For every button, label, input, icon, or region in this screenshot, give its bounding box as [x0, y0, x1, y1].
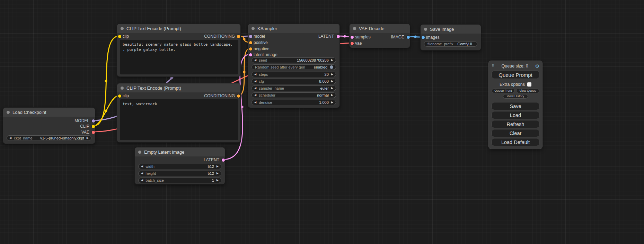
sampler-name-widget[interactable]: ◀ sampler_name euler ▶ — [252, 85, 336, 91]
filename-prefix-widget[interactable]: filename_prefix ComfyUI — [424, 41, 477, 47]
increment-arrow-icon[interactable]: ▶ — [217, 178, 219, 183]
increment-arrow-icon[interactable]: ▶ — [331, 79, 333, 84]
collapse-dot-icon[interactable] — [138, 151, 141, 154]
wire-midpoint-dot — [241, 106, 243, 108]
batch-size-widget[interactable]: ◀ batch_size 1 ▶ — [138, 178, 221, 183]
steps-widget[interactable]: ◀ steps 20 ▶ — [252, 72, 336, 77]
extra-options-checkbox[interactable] — [527, 82, 531, 87]
node-title: Load Checkpoint — [12, 110, 46, 115]
widget-value: 1 — [164, 178, 214, 183]
model-input-label: model — [254, 34, 265, 39]
denoise-widget[interactable]: ◀ denoise 1.000 ▶ — [252, 100, 336, 105]
width-widget[interactable]: ◀ width 512 ▶ — [138, 164, 221, 169]
view-history-button[interactable]: View History — [503, 94, 528, 99]
vae-output-slot[interactable] — [92, 131, 95, 134]
seed-widget[interactable]: ◀ seed 156680208700286 ▶ — [252, 57, 336, 63]
node-clip-text-encode-negative[interactable]: CLIP Text Encode (Prompt) clip CONDITION… — [117, 83, 241, 143]
node-clip-text-encode-positive[interactable]: CLIP Text Encode (Prompt) clip CONDITION… — [117, 24, 241, 77]
collapse-dot-icon[interactable] — [252, 27, 255, 30]
widget-name: scheduler — [259, 93, 275, 98]
cfg-widget[interactable]: ◀ cfg 8.000 ▶ — [252, 79, 336, 84]
clip-output-slot[interactable] — [92, 125, 95, 128]
ksampler-title-bar[interactable]: KSampler — [248, 24, 339, 33]
conditioning-output-slot[interactable] — [237, 35, 240, 38]
increment-arrow-icon[interactable]: ▶ — [331, 86, 333, 91]
clip-input-slot[interactable] — [118, 35, 121, 38]
decrement-arrow-icon[interactable]: ◀ — [141, 171, 143, 176]
settings-gear-icon[interactable]: ⚙ — [535, 64, 539, 69]
positive-prompt-textarea[interactable]: beautiful scenery nature glass bottle la… — [120, 40, 238, 74]
latent-image-input-label: latent_image — [254, 52, 277, 57]
refresh-button[interactable]: Refresh — [492, 120, 539, 128]
decrement-arrow-icon[interactable]: ◀ — [254, 100, 256, 105]
clip-input-slot[interactable] — [118, 94, 121, 98]
wire-midpoint-dot — [105, 109, 107, 112]
save-button[interactable]: Save — [492, 102, 539, 110]
collapse-dot-icon[interactable] — [7, 111, 10, 114]
drag-handle-icon[interactable]: ⠿ — [492, 64, 495, 68]
collapse-dot-icon[interactable] — [121, 87, 124, 90]
decrement-arrow-icon[interactable]: ◀ — [141, 178, 143, 183]
node-save-image[interactable]: Save Image images filename_prefix ComfyU… — [420, 24, 481, 51]
queue-prompt-button[interactable]: Queue Prompt — [492, 71, 539, 79]
model-output-slot[interactable] — [92, 119, 95, 123]
clip-text-encode-title-bar[interactable]: CLIP Text Encode (Prompt) — [117, 83, 240, 92]
negative-prompt-textarea[interactable]: text, watermark — [120, 99, 238, 140]
increment-arrow-icon[interactable]: ▶ — [87, 136, 89, 141]
node-vae-decode[interactable]: VAE Decode samples vae IMAGE — [349, 24, 410, 48]
positive-input-slot[interactable] — [249, 41, 252, 44]
latent-output-slot[interactable] — [222, 159, 225, 162]
height-widget[interactable]: ◀ height 512 ▶ — [138, 171, 221, 176]
load-checkpoint-title-bar[interactable]: Load Checkpoint — [3, 108, 95, 117]
widget-name: filename_prefix — [427, 42, 453, 46]
negative-input-slot[interactable] — [249, 47, 252, 51]
latent-output-slot[interactable] — [337, 35, 340, 38]
increment-arrow-icon[interactable]: ▶ — [217, 171, 219, 176]
save-image-title-bar[interactable]: Save Image — [421, 25, 481, 34]
node-graph-canvas[interactable]: Load Checkpoint MODEL CLIP VAE ◀ ckpt_na… — [0, 0, 644, 244]
ckpt-name-widget[interactable]: ◀ ckpt_name v1-5-pruned-emaonly.ckpt ▶ — [7, 135, 91, 141]
node-empty-latent-image[interactable]: Empty Latent Image LATENT ◀ width 512 ▶ … — [134, 147, 225, 184]
images-input-slot[interactable] — [422, 36, 425, 39]
decrement-arrow-icon[interactable]: ◀ — [254, 86, 256, 91]
load-button[interactable]: Load — [492, 111, 539, 119]
node-title: CLIP Text Encode (Prompt) — [126, 26, 181, 31]
widget-value: normal — [275, 93, 329, 98]
node-title: Empty Latent Image — [144, 150, 184, 155]
wire-clip-to-negative-prompt — [93, 96, 119, 126]
random-seed-toggle-widget[interactable]: Random seed after every gen enabled — [252, 64, 336, 70]
increment-arrow-icon[interactable]: ▶ — [331, 100, 333, 105]
increment-arrow-icon[interactable]: ▶ — [331, 58, 333, 63]
decrement-arrow-icon[interactable]: ◀ — [141, 164, 143, 169]
scheduler-widget[interactable]: ◀ scheduler normal ▶ — [252, 92, 336, 98]
clear-button[interactable]: Clear — [492, 129, 539, 137]
collapse-dot-icon[interactable] — [424, 28, 427, 31]
collapse-dot-icon[interactable] — [121, 27, 124, 30]
image-output-slot[interactable] — [407, 36, 410, 39]
increment-arrow-icon[interactable]: ▶ — [331, 93, 333, 98]
toggle-icon[interactable] — [330, 65, 333, 69]
decrement-arrow-icon[interactable]: ◀ — [254, 93, 256, 98]
view-queue-button[interactable]: View Queue — [516, 89, 539, 93]
empty-latent-title-bar[interactable]: Empty Latent Image — [135, 147, 225, 156]
decrement-arrow-icon[interactable]: ◀ — [254, 58, 256, 63]
vae-input-slot[interactable] — [351, 42, 354, 45]
decrement-arrow-icon[interactable]: ◀ — [254, 79, 256, 84]
increment-arrow-icon[interactable]: ▶ — [217, 164, 219, 169]
increment-arrow-icon[interactable]: ▶ — [331, 72, 333, 77]
node-ksampler[interactable]: KSampler model positive negative latent_… — [248, 24, 340, 108]
decrement-arrow-icon[interactable]: ◀ — [9, 136, 11, 141]
node-load-checkpoint[interactable]: Load Checkpoint MODEL CLIP VAE ◀ ckpt_na… — [3, 107, 95, 144]
model-input-slot[interactable] — [249, 35, 252, 38]
decrement-arrow-icon[interactable]: ◀ — [254, 72, 256, 77]
conditioning-output-slot[interactable] — [237, 94, 240, 98]
samples-input-slot[interactable] — [351, 36, 354, 39]
collapse-dot-icon[interactable] — [353, 27, 356, 30]
clip-input-label: clip — [123, 93, 129, 98]
clip-output-label: CLIP — [80, 124, 89, 129]
load-default-button[interactable]: Load Default — [492, 138, 539, 146]
vae-decode-title-bar[interactable]: VAE Decode — [350, 24, 410, 33]
clip-text-encode-title-bar[interactable]: CLIP Text Encode (Prompt) — [117, 24, 240, 33]
latent-image-input-slot[interactable] — [249, 53, 252, 56]
queue-front-button[interactable]: Queue Front — [492, 89, 515, 93]
